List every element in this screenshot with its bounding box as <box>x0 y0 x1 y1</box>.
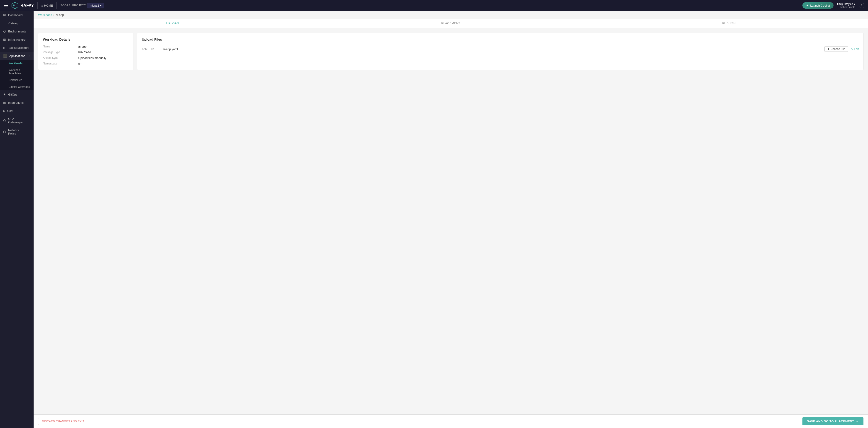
network-policy-arrow-icon: › <box>30 131 30 133</box>
user-info[interactable]: tim@rafay.co ▾ Fisher Private <box>837 2 855 8</box>
upload-icon: ⬆ <box>827 48 830 51</box>
copilot-icon: ✦ <box>806 4 809 7</box>
help-icon[interactable]: ? <box>859 3 864 8</box>
sidebar-item-certificates[interactable]: Certificates <box>0 77 34 84</box>
sidebar-item-integrations[interactable]: ⊞ Integrations › <box>0 98 34 106</box>
sidebar-label-infrastructure: Infrastructure <box>8 38 27 41</box>
arrow-icon: → <box>856 420 859 423</box>
edit-icon: ✎ <box>851 48 853 51</box>
sidebar-item-cluster-overrides[interactable]: Cluster Overrides <box>0 84 34 90</box>
yaml-file-label: YAML File <box>142 48 160 51</box>
scope-dropdown[interactable]: mlops2 ▾ <box>87 3 104 8</box>
choose-file-button[interactable]: ⬆ Choose File <box>825 46 848 52</box>
home-label: HOME <box>44 4 53 7</box>
yaml-file-row: YAML File ai-app.yaml ⬆ Choose File ✎ Ed… <box>142 45 859 53</box>
package-type-label: Package Type <box>43 51 75 54</box>
sidebar-item-cost[interactable]: $ Cost › <box>0 106 34 115</box>
applications-arrow-icon: ▾ <box>29 55 30 57</box>
namespace-label: Namespace <box>43 62 75 65</box>
dashboard-icon: ⊞ <box>3 13 6 17</box>
save-and-go-to-placement-button[interactable]: SAVE AND GO TO PLACEMENT → <box>802 417 864 425</box>
sidebar-item-gitops[interactable]: ✦ GitOps › <box>0 90 34 98</box>
sidebar-label-gitops: GitOps <box>8 93 27 96</box>
sidebar-item-applications[interactable]: ⬛ Applications ▾ <box>0 52 34 60</box>
cards-row: Workload Details Name ai-app Package Typ… <box>38 33 864 70</box>
choose-file-label: Choose File <box>831 48 845 51</box>
workload-details-grid: Name ai-app Package Type K8s YAML Artifa… <box>43 45 129 65</box>
sidebar-item-workloads[interactable]: Workloads <box>0 60 34 67</box>
infrastructure-icon: ⊟ <box>3 38 6 41</box>
sidebar-label-network-policy: Network Policy <box>8 128 27 135</box>
gitops-icon: ✦ <box>3 93 6 96</box>
applications-icon: ⬛ <box>3 54 7 58</box>
bottom-bar: DISCARD CHANGES AND EXIT SAVE AND GO TO … <box>34 415 868 428</box>
environments-arrow-icon: › <box>30 30 30 33</box>
sidebar-label-environments: Environments <box>8 30 27 33</box>
cost-arrow-icon: › <box>30 110 30 112</box>
user-org: Fisher Private <box>840 6 855 8</box>
main-content: Workloads › ai-app UPLOAD PLACEMENT PUBL… <box>34 11 868 428</box>
user-email: tim@rafay.co ▾ <box>837 2 855 6</box>
logo-text: RAFAY <box>21 3 34 8</box>
tab-placement[interactable]: PLACEMENT <box>312 19 590 28</box>
environments-icon: ⬡ <box>3 30 6 33</box>
opa-gatekeeper-arrow-icon: › <box>30 119 30 122</box>
app-body: ⊞ Dashboard ☰ Catalog ⬡ Environments › ⊟… <box>0 11 868 428</box>
name-value: ai-app <box>78 45 129 48</box>
opa-gatekeeper-icon: ⬡ <box>3 119 6 122</box>
namespace-value: tim <box>78 62 129 65</box>
tab-publish[interactable]: PUBLISH <box>590 19 868 28</box>
sidebar: ⊞ Dashboard ☰ Catalog ⬡ Environments › ⊟… <box>0 11 34 428</box>
yaml-filename: ai-app.yaml <box>163 48 822 51</box>
sidebar-item-catalog[interactable]: ☰ Catalog <box>0 19 34 27</box>
sidebar-label-dashboard: Dashboard <box>8 13 30 17</box>
workload-details-card: Workload Details Name ai-app Package Typ… <box>38 33 133 70</box>
upload-files-card: Upload Files YAML File ai-app.yaml ⬆ Cho… <box>137 33 864 70</box>
launch-copilot-label: Launch Copilot <box>810 4 830 7</box>
tab-upload[interactable]: UPLOAD <box>34 19 312 28</box>
top-navigation: R RAFAY ⌂ HOME SCOPE: PROJECT mlops2 ▾ ✦… <box>0 0 868 11</box>
backup-restore-arrow-icon: › <box>32 47 32 49</box>
gitops-arrow-icon: › <box>30 93 30 96</box>
home-icon: ⌂ <box>41 4 43 7</box>
infrastructure-arrow-icon: › <box>30 38 30 41</box>
hamburger-menu[interactable] <box>4 4 8 7</box>
sidebar-item-workload-templates[interactable]: Workload Templates <box>0 67 34 77</box>
content-area: Workload Details Name ai-app Package Typ… <box>34 28 868 415</box>
sidebar-label-applications: Applications <box>9 54 27 58</box>
sidebar-item-infrastructure[interactable]: ⊟ Infrastructure › <box>0 35 34 43</box>
cost-icon: $ <box>3 109 5 113</box>
nav-divider <box>37 2 38 9</box>
package-type-value: K8s YAML <box>78 51 129 54</box>
scope-value: mlops2 <box>90 4 99 7</box>
user-dropdown-icon: ▾ <box>854 2 855 6</box>
scope-chevron-icon: ▾ <box>100 4 102 7</box>
backup-restore-icon: ◫ <box>3 46 6 50</box>
sidebar-item-network-policy[interactable]: ⬡ Network Policy › <box>0 126 34 137</box>
breadcrumb: Workloads › ai-app <box>34 11 868 19</box>
sidebar-item-opa-gatekeeper[interactable]: ⬡ OPA Gatekeeper › <box>0 115 34 126</box>
tabs-bar: UPLOAD PLACEMENT PUBLISH <box>34 19 868 28</box>
catalog-icon: ☰ <box>3 21 6 25</box>
sidebar-item-environments[interactable]: ⬡ Environments › <box>0 27 34 35</box>
svg-text:R: R <box>13 4 15 7</box>
scope-label: SCOPE: PROJECT <box>60 4 86 7</box>
discard-changes-button[interactable]: DISCARD CHANGES AND EXIT <box>38 418 88 425</box>
sidebar-label-opa-gatekeeper: OPA Gatekeeper <box>8 117 27 124</box>
sidebar-label-cost: Cost <box>7 109 27 113</box>
edit-yaml-button[interactable]: ✎ Edit <box>851 48 859 51</box>
save-placement-label: SAVE AND GO TO PLACEMENT <box>807 420 854 423</box>
logo: R RAFAY <box>11 2 34 9</box>
launch-copilot-button[interactable]: ✦ Launch Copilot <box>802 2 834 9</box>
name-label: Name <box>43 45 75 48</box>
sidebar-label-catalog: Catalog <box>8 22 30 25</box>
sidebar-item-backup-restore[interactable]: ◫ Backup/Restore › <box>0 43 34 52</box>
sidebar-item-dashboard[interactable]: ⊞ Dashboard <box>0 11 34 19</box>
scope-selector: SCOPE: PROJECT mlops2 ▾ <box>60 3 104 8</box>
breadcrumb-workloads-link[interactable]: Workloads <box>38 13 52 17</box>
workload-details-title: Workload Details <box>43 37 129 41</box>
breadcrumb-separator: › <box>53 13 54 17</box>
breadcrumb-current-page: ai-app <box>56 13 64 17</box>
home-link[interactable]: ⌂ HOME <box>41 4 53 7</box>
integrations-icon: ⊞ <box>3 101 6 104</box>
